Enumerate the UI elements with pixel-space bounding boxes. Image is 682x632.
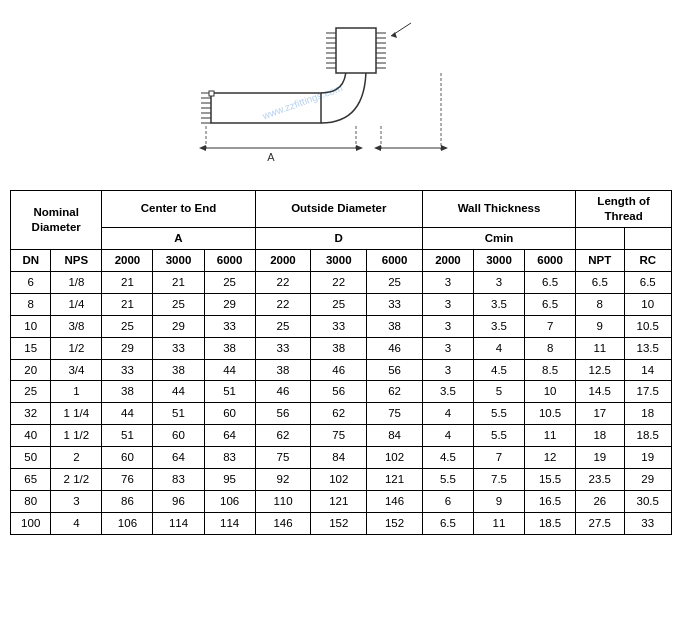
table-cell: 6.5 — [422, 513, 473, 535]
header-w-3000: 3000 — [473, 249, 524, 271]
table-cell: 102 — [367, 447, 423, 469]
table-cell: 32 — [11, 403, 51, 425]
table-row: 50260648375841024.57121919 — [11, 447, 672, 469]
table-cell: 75 — [311, 425, 367, 447]
header-rc-val: RC — [624, 249, 671, 271]
table-cell: 152 — [311, 513, 367, 535]
table-cell: 102 — [311, 469, 367, 491]
table-cell: 18 — [576, 425, 624, 447]
table-cell: 16.5 — [525, 491, 576, 513]
table-cell: 29 — [102, 337, 153, 359]
table-row: 2513844514656623.551014.517.5 — [11, 381, 672, 403]
table-cell: 22 — [255, 271, 311, 293]
header-nps: NPS — [51, 249, 102, 271]
table-cell: 33 — [311, 315, 367, 337]
table-cell: 18.5 — [624, 425, 671, 447]
table-row: 81/421252922253333.56.5810 — [11, 293, 672, 315]
header-w-6000: 6000 — [525, 249, 576, 271]
table-cell: 92 — [255, 469, 311, 491]
table-cell: 6.5 — [576, 271, 624, 293]
table-cell: 38 — [102, 381, 153, 403]
table-cell: 3.5 — [422, 381, 473, 403]
table-cell: 152 — [367, 513, 423, 535]
table-cell: 3 — [422, 337, 473, 359]
table-cell: 2 — [51, 447, 102, 469]
table-cell: 38 — [255, 359, 311, 381]
table-cell: 33 — [204, 315, 255, 337]
table-cell: 60 — [153, 425, 204, 447]
svg-rect-9 — [336, 28, 376, 73]
table-cell: 60 — [102, 447, 153, 469]
header-dn: DN — [11, 249, 51, 271]
header-w-2000: 2000 — [422, 249, 473, 271]
table-cell: 8 — [525, 337, 576, 359]
table-cell: 83 — [153, 469, 204, 491]
table-cell: 5.5 — [473, 425, 524, 447]
table-cell: 51 — [102, 425, 153, 447]
svg-marker-33 — [374, 145, 381, 151]
table-cell: 95 — [204, 469, 255, 491]
table-row: 80386961061101211466916.52630.5 — [11, 491, 672, 513]
table-cell: 110 — [255, 491, 311, 513]
table-cell: 146 — [255, 513, 311, 535]
table-cell: 1/2 — [51, 337, 102, 359]
header-outside-diameter: Outside Diameter — [255, 191, 422, 228]
header-d-6000: 6000 — [367, 249, 423, 271]
table-row: 10041061141141461521526.51118.527.533 — [11, 513, 672, 535]
table-cell: 1/8 — [51, 271, 102, 293]
table-cell: 56 — [255, 403, 311, 425]
table-cell: 29 — [204, 293, 255, 315]
table-cell: 21 — [153, 271, 204, 293]
table-cell: 11 — [576, 337, 624, 359]
header-a-6000: 6000 — [204, 249, 255, 271]
header-wall-thickness: Wall Thickness — [422, 191, 575, 228]
table-cell: 4.5 — [473, 359, 524, 381]
table-cell: 46 — [311, 359, 367, 381]
table-cell: 4 — [473, 337, 524, 359]
table-cell: 64 — [204, 425, 255, 447]
table-cell: 51 — [153, 403, 204, 425]
table-cell: 25 — [255, 315, 311, 337]
header-npt — [576, 227, 624, 249]
table-cell: 30.5 — [624, 491, 671, 513]
table-cell: 65 — [11, 469, 51, 491]
table-cell: 3 — [422, 315, 473, 337]
table-cell: 18.5 — [525, 513, 576, 535]
table-row: 61/8212125222225336.56.56.5 — [11, 271, 672, 293]
table-cell: 51 — [204, 381, 255, 403]
table-cell: 62 — [367, 381, 423, 403]
table-cell: 22 — [311, 271, 367, 293]
table-cell: 25 — [11, 381, 51, 403]
table-cell: 15.5 — [525, 469, 576, 491]
table-cell: 146 — [367, 491, 423, 513]
header-d-2000: 2000 — [255, 249, 311, 271]
table-cell: 38 — [204, 337, 255, 359]
page: A www.zzfittings.com NominalDiameter Cen… — [0, 0, 682, 545]
table-cell: 9 — [576, 315, 624, 337]
table-cell: 46 — [255, 381, 311, 403]
table-cell: 22 — [255, 293, 311, 315]
table-cell: 84 — [367, 425, 423, 447]
table-cell: 56 — [311, 381, 367, 403]
table-cell: 25 — [367, 271, 423, 293]
table-cell: 18 — [624, 403, 671, 425]
table-cell: 121 — [367, 469, 423, 491]
table-cell: 14 — [624, 359, 671, 381]
table-cell: 33 — [102, 359, 153, 381]
table-cell: 1 — [51, 381, 102, 403]
table-cell: 62 — [255, 425, 311, 447]
svg-marker-27 — [199, 145, 206, 151]
header-npt-val: NPT — [576, 249, 624, 271]
table-cell: 8.5 — [525, 359, 576, 381]
table-cell: 8 — [11, 293, 51, 315]
table-cell: 3 — [422, 359, 473, 381]
table-cell: 114 — [204, 513, 255, 535]
table-cell: 11 — [473, 513, 524, 535]
table-cell: 100 — [11, 513, 51, 535]
table-cell: 121 — [311, 491, 367, 513]
table-cell: 6.5 — [525, 293, 576, 315]
header-cmin: Cmin — [422, 227, 575, 249]
table-cell: 96 — [153, 491, 204, 513]
table-cell: 6.5 — [525, 271, 576, 293]
header-rc — [624, 227, 671, 249]
